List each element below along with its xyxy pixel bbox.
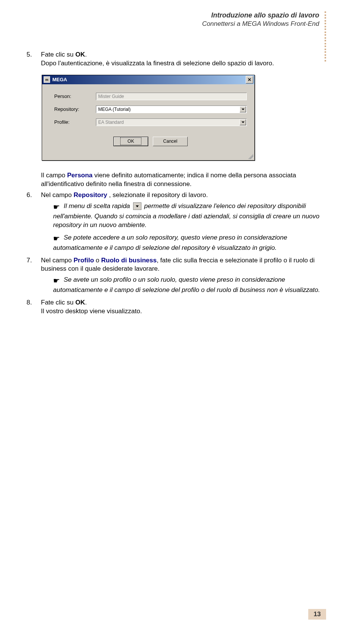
hand-icon: ☛ [53,233,64,244]
chevron-down-icon[interactable] [240,119,246,125]
profile-field[interactable]: EA Standard [96,118,247,126]
resize-grip[interactable] [42,153,254,160]
step-5: 5. Fate clic su OK. Dopo l'autenticazion… [27,50,326,68]
window-titlebar: m MEGA ✕ [42,75,254,84]
chevron-down-icon[interactable] [240,106,246,112]
note-7: ☛Se avete un solo profilo o un solo ruol… [53,276,326,295]
step-6: 6. Nel campo Repository , selezionate il… [27,191,326,200]
step-7: 7. Nel campo Profilo o Ruolo di business… [27,256,326,274]
ruolo-keyword: Ruolo di business [101,257,157,264]
hand-icon: ☛ [53,202,64,212]
profile-label: Profile: [54,119,96,126]
header-title: Introduzione allo spazio di lavoro [27,11,326,19]
repository-field[interactable]: MEGA (Tutorial) [96,106,247,113]
header-ornament [325,11,326,62]
profilo-keyword: Profilo [74,257,94,264]
ok-button[interactable]: OK [113,137,148,146]
repository-label: Repository: [54,106,96,113]
app-icon: m [44,76,50,83]
repository-keyword: Repository [74,191,107,199]
note-6a: ☛Il menu di scelta rapida permette di vi… [53,202,326,230]
ok-keyword: OK [75,51,85,58]
step-8: 8. Fate clic su OK. Il vostro desktop vi… [27,298,326,316]
step-number: 7. [27,256,41,265]
mega-dialog-window: m MEGA ✕ Person: Mister Guide Repository… [42,75,255,161]
person-field: Mister Guide [96,93,247,100]
window-title: MEGA [52,76,67,83]
mega-dialog-screenshot: m MEGA ✕ Person: Mister Guide Repository… [42,75,326,161]
text: Dopo l'autenticazione, è visualizzata la… [41,60,274,67]
page-header: Introduzione allo spazio di lavoro Conne… [27,11,326,28]
hand-icon: ☛ [53,276,64,286]
content-body: 5. Fate clic su OK. Dopo l'autenticazion… [27,50,326,316]
cancel-button[interactable]: Cancel [153,137,188,146]
note-6b: ☛Se potete accedere a un solo repository… [53,233,326,252]
ok-keyword: OK [75,299,85,306]
step-number: 8. [27,298,41,307]
chevron-down-icon [133,202,141,210]
step-number: 6. [27,191,41,200]
header-subtitle: Connettersi a MEGA Windows Front-End [27,20,326,28]
text: Fate clic su [41,51,75,58]
persona-keyword: Persona [67,172,93,179]
page-number: 13 [308,609,326,620]
step-number: 5. [27,50,41,59]
person-label: Person: [54,93,96,100]
close-icon[interactable]: ✕ [246,76,253,84]
paragraph-persona: Il campo Persona viene definito automati… [41,171,326,189]
text: . [85,51,87,58]
